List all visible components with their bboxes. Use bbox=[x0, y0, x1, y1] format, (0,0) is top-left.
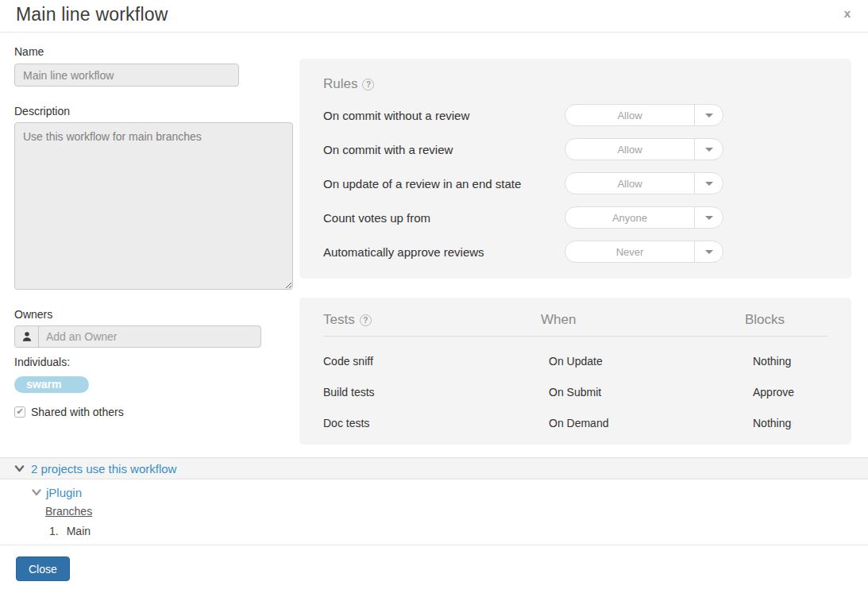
rule-dropdown-commit-with-review[interactable]: Allow bbox=[565, 138, 723, 160]
chevron-down-icon[interactable] bbox=[694, 241, 723, 262]
test-name-cell: Build tests bbox=[323, 386, 541, 399]
test-blocks-cell: Approve bbox=[745, 386, 827, 399]
tests-panel: Tests ? When Blocks Code sniff On Update… bbox=[299, 298, 851, 445]
dropdown-value: Anyone bbox=[565, 207, 694, 228]
name-input[interactable] bbox=[14, 64, 239, 87]
rule-row-count-votes: Count votes up from Anyone bbox=[323, 206, 723, 229]
when-column-header: When bbox=[541, 312, 745, 328]
rule-dropdown-commit-without-review[interactable]: Allow bbox=[565, 104, 723, 126]
shared-label: Shared with others bbox=[31, 406, 124, 418]
person-icon bbox=[15, 326, 39, 347]
rule-row-auto-approve: Automatically approve reviews Never bbox=[323, 241, 723, 263]
branch-number: 1. bbox=[49, 525, 59, 537]
table-row: Code sniff On Update Nothing bbox=[323, 355, 827, 368]
tests-header-divider bbox=[323, 336, 827, 337]
branches-label: Branches bbox=[45, 505, 92, 518]
test-name-cell: Doc tests bbox=[323, 417, 541, 429]
table-row: Build tests On Submit Approve bbox=[323, 386, 827, 399]
modal-header: Main line workflow x bbox=[0, 0, 868, 33]
rules-panel: Rules ? On commit without a review Allow… bbox=[299, 59, 851, 279]
chevron-down-icon[interactable] bbox=[694, 207, 723, 228]
chevron-down-icon[interactable] bbox=[694, 173, 723, 194]
description-label: Description bbox=[14, 105, 70, 117]
rule-label: On commit without a review bbox=[323, 109, 469, 122]
dropdown-value: Allow bbox=[565, 105, 694, 125]
dropdown-value: Allow bbox=[565, 139, 694, 160]
tests-column-header: Tests ? bbox=[323, 312, 541, 328]
workflow-modal: Main line workflow x Name Description Us… bbox=[0, 0, 868, 593]
test-blocks-cell: Nothing bbox=[745, 355, 827, 368]
rule-label: Automatically approve reviews bbox=[323, 245, 484, 259]
chevron-down-icon[interactable] bbox=[694, 139, 723, 160]
name-label: Name bbox=[14, 45, 44, 58]
rule-row-commit-without-review: On commit without a review Allow bbox=[323, 104, 723, 126]
dropdown-value: Never bbox=[565, 241, 694, 262]
projects-summary-toggle[interactable]: 2 projects use this workflow bbox=[0, 457, 868, 479]
shared-checkbox[interactable] bbox=[14, 406, 25, 418]
tests-header-row: Tests ? When Blocks bbox=[323, 312, 827, 328]
dropdown-value: Allow bbox=[565, 173, 694, 194]
rules-heading: Rules ? bbox=[323, 76, 374, 92]
help-icon[interactable]: ? bbox=[362, 79, 374, 90]
description-textarea[interactable]: Use this workflow for main branches bbox=[14, 122, 293, 290]
tests-table: Tests ? When Blocks Code sniff On Update… bbox=[323, 312, 827, 429]
rule-dropdown-auto-approve[interactable]: Never bbox=[565, 241, 723, 263]
test-when-cell: On Update bbox=[541, 355, 745, 368]
table-row: Doc tests On Demand Nothing bbox=[323, 417, 827, 429]
project-name-link[interactable]: jPlugin bbox=[46, 486, 82, 499]
close-icon[interactable]: x bbox=[844, 6, 851, 21]
individuals-label: Individuals: bbox=[14, 356, 70, 368]
owners-input[interactable] bbox=[39, 326, 260, 347]
footer-divider bbox=[0, 545, 868, 545]
chevron-down-icon bbox=[32, 489, 41, 496]
owners-field[interactable] bbox=[14, 325, 261, 348]
rule-label: On update of a review in an end state bbox=[323, 177, 521, 191]
test-name-cell: Code sniff bbox=[323, 355, 541, 368]
shared-with-others-row: Shared with others bbox=[14, 406, 124, 418]
test-when-cell: On Submit bbox=[541, 386, 745, 399]
rule-label: Count votes up from bbox=[323, 211, 430, 225]
rules-title: Rules bbox=[323, 76, 357, 92]
help-icon[interactable]: ? bbox=[360, 314, 372, 326]
rule-row-commit-with-review: On commit with a review Allow bbox=[323, 138, 723, 160]
project-tree-item-jplugin[interactable]: jPlugin bbox=[32, 486, 82, 499]
rule-dropdown-update-end-state[interactable]: Allow bbox=[565, 172, 723, 194]
test-when-cell: On Demand bbox=[541, 417, 745, 429]
rule-row-update-end-state: On update of a review in an end state Al… bbox=[323, 172, 723, 194]
test-blocks-cell: Nothing bbox=[745, 417, 827, 429]
rule-dropdown-count-votes[interactable]: Anyone bbox=[565, 206, 723, 229]
blocks-column-header: Blocks bbox=[745, 312, 827, 328]
projects-summary-link[interactable]: 2 projects use this workflow bbox=[31, 462, 176, 476]
list-item-branch: 1.Main bbox=[49, 525, 91, 537]
tests-title: Tests bbox=[323, 312, 355, 328]
close-button[interactable]: Close bbox=[16, 556, 70, 581]
chevron-down-icon[interactable] bbox=[694, 105, 723, 125]
owners-label: Owners bbox=[14, 308, 52, 321]
rule-label: On commit with a review bbox=[323, 143, 453, 156]
owner-badge-swarm[interactable]: swarm bbox=[14, 376, 89, 393]
branch-name: Main bbox=[67, 525, 91, 537]
modal-title: Main line workflow bbox=[16, 4, 168, 25]
chevron-down-icon bbox=[14, 465, 25, 472]
